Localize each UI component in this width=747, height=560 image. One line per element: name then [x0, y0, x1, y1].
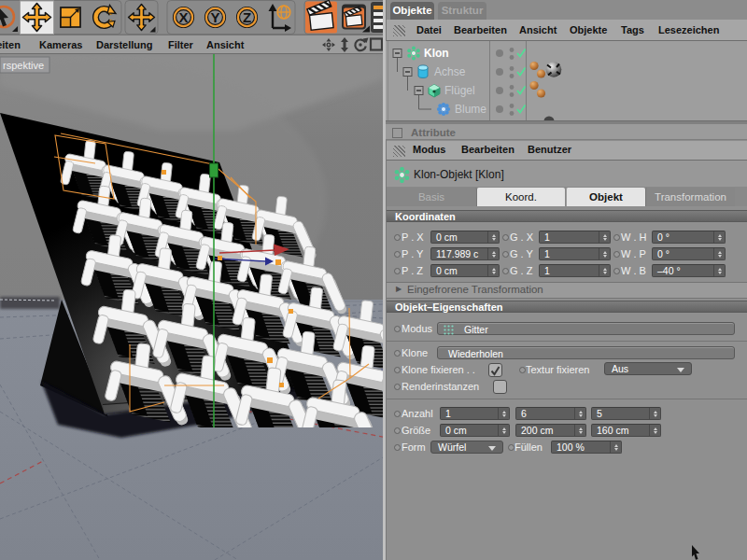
svg-text:Blume: Blume	[455, 103, 486, 116]
svg-text:Y: Y	[210, 9, 219, 25]
svg-text:Flügel: Flügel	[444, 84, 475, 97]
svg-text:rspektive: rspektive	[3, 60, 44, 71]
svg-text:Z: Z	[243, 9, 251, 25]
svg-text:Klon: Klon	[424, 47, 449, 60]
svg-text:Achse: Achse	[434, 65, 466, 78]
svg-text:X: X	[178, 9, 188, 25]
